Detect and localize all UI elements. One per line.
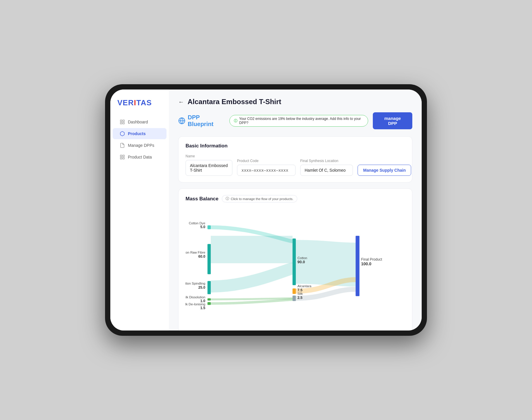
node-cotton-spindling <box>207 281 211 294</box>
flow-info-icon: ⓘ <box>226 197 229 201</box>
back-button[interactable]: ← <box>178 99 184 105</box>
node-cotton-dye <box>207 226 211 229</box>
manage-supply-chain-button[interactable]: Manage Supply Chain <box>358 165 411 176</box>
node-silk-mid <box>293 296 296 301</box>
node-silk-deionising <box>207 302 211 305</box>
label-cotton-mid: Cotton <box>298 256 307 260</box>
code-field-group: Product Code xxxx—xxxx—xxxx—xxxx <box>237 159 296 176</box>
code-label: Product Code <box>237 159 296 163</box>
value-cotton-mid: 90.0 <box>298 260 305 264</box>
node-alcantara-mid <box>293 288 296 294</box>
svg-rect-6 <box>123 158 124 159</box>
sankey-diagram: Cotton Dye 5.0 Cotton Raw Fibre 60.0 Cot… <box>186 207 405 331</box>
svg-rect-7 <box>120 158 122 159</box>
label-cotton-dye: Cotton Dye <box>189 221 205 225</box>
sidebar-item-manage-dpps[interactable]: Manage DPPs <box>113 140 167 151</box>
code-value: xxxx—xxxx—xxxx—xxxx <box>237 165 296 176</box>
dpp-blueprint-text: DPP Blueprint <box>188 114 225 128</box>
label-silk-deionising: Silk De-Ionising <box>186 302 205 306</box>
logo: VERITAS <box>110 98 169 116</box>
flow-silk-dissolution <box>211 298 292 299</box>
supply-chain-group: Manage Supply Chain <box>358 165 411 176</box>
value-cotton-raw: 60.0 <box>198 254 205 259</box>
basic-info-fields: Name Alcantara Embossed T-Shirt Product … <box>186 154 405 176</box>
page-header: ← Alcantara Embossed T-Shirt <box>178 98 412 106</box>
basic-info-title: Basic Information <box>186 143 405 149</box>
node-final-product <box>356 236 359 296</box>
mass-balance-title: Mass Balance <box>186 196 218 202</box>
svg-rect-2 <box>120 123 122 124</box>
co2-info-icon: ⓘ <box>234 118 237 123</box>
name-label: Name <box>186 154 232 158</box>
manage-dpp-button[interactable]: manage DPP <box>373 112 412 129</box>
sidebar-item-dashboard[interactable]: Dashboard <box>113 116 167 128</box>
sidebar-item-products-label: Products <box>128 131 146 136</box>
sidebar-item-products[interactable]: Products <box>113 128 167 139</box>
label-silk: Silk <box>298 292 303 295</box>
mass-balance-card: Mass Balance ⓘ Click to manage the flow … <box>178 188 412 331</box>
label-silk-dissolution: Silk Dissolution <box>186 295 205 299</box>
location-field-group: Final Synthesis Location Hamlet Of C, So… <box>300 159 353 176</box>
svg-rect-0 <box>120 120 122 121</box>
label-cotton-spindling: Cotton Spindling <box>186 282 205 285</box>
basic-info-card: Basic Information Name Alcantara Embosse… <box>178 136 412 183</box>
node-silk-dissolution <box>207 298 211 301</box>
svg-rect-4 <box>120 155 122 156</box>
co2-message: Your CO2 emissions are 19% below the ind… <box>239 117 364 125</box>
svg-rect-3 <box>123 123 124 124</box>
name-field-group: Name Alcantara Embossed T-Shirt <box>186 154 232 176</box>
sidebar-item-manage-dpps-label: Manage DPPs <box>128 143 154 148</box>
label-cotton-raw: Cotton Raw Fibre <box>186 251 205 254</box>
sidebar-item-product-data[interactable]: Product Data <box>113 152 167 163</box>
node-cotton-raw <box>207 244 211 274</box>
sidebar: VERITAS Dashboard Products <box>110 89 169 331</box>
sidebar-item-product-data-label: Product Data <box>128 155 152 159</box>
flow-spindling-to-cotton <box>211 269 292 287</box>
globe-icon <box>178 117 186 125</box>
value-silk: 2.5 <box>298 296 303 300</box>
sankey-svg: Cotton Dye 5.0 Cotton Raw Fibre 60.0 Cot… <box>186 207 405 331</box>
main-content: ← Alcantara Embossed T-Shirt DPP Bluepri… <box>169 89 422 331</box>
flow-hint-text: Click to manage the flow of your product… <box>231 197 293 201</box>
node-cotton-mid <box>293 239 296 285</box>
label-final-product: Final Product <box>361 257 382 261</box>
svg-rect-5 <box>123 155 124 156</box>
value-silk-deionising: 1.5 <box>200 306 205 310</box>
value-final-product: 100.0 <box>361 261 371 266</box>
dpp-blueprint-label: DPP Blueprint <box>178 114 225 128</box>
sidebar-item-dashboard-label: Dashboard <box>128 120 148 124</box>
co2-badge: ⓘ Your CO2 emissions are 19% below the i… <box>229 115 368 127</box>
page-title: Alcantara Embossed T-Shirt <box>188 98 281 106</box>
location-label: Final Synthesis Location <box>300 159 353 163</box>
flow-badge[interactable]: ⓘ Click to manage the flow of your produ… <box>222 195 297 202</box>
name-value: Alcantara Embossed T-Shirt <box>186 160 232 176</box>
location-value: Hamlet Of C, Solomeo <box>300 165 353 176</box>
dpp-row: DPP Blueprint ⓘ Your CO2 emissions are 1… <box>178 112 412 129</box>
label-alcantara: Alcantara <box>298 284 312 288</box>
svg-rect-1 <box>123 120 124 121</box>
value-cotton-spindling: 25.0 <box>198 285 205 290</box>
value-cotton-dye: 5.0 <box>200 225 205 229</box>
mass-balance-header: Mass Balance ⓘ Click to manage the flow … <box>186 195 405 202</box>
